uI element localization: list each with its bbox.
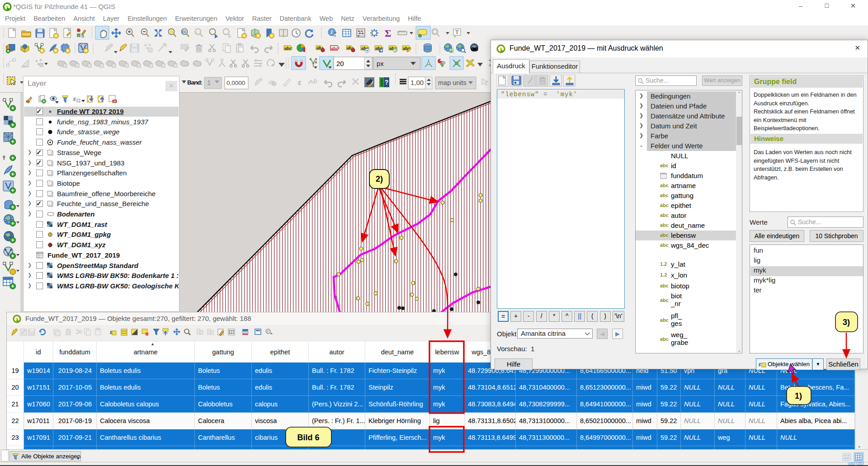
svg-text:20: 20	[336, 60, 344, 67]
svg-text:px: px	[377, 60, 384, 67]
svg-text:ab: ab	[316, 46, 321, 50]
svg-text:0,0000: 0,0000	[226, 80, 245, 86]
svg-text:abc: abc	[331, 46, 338, 51]
svg-text:ε: ε	[759, 361, 761, 367]
svg-text:ε: ε	[298, 79, 302, 86]
svg-text:a: a	[81, 33, 85, 38]
svg-text:1,00: 1,00	[410, 79, 424, 86]
svg-text:,: ,	[2, 146, 6, 160]
svg-text:T: T	[455, 29, 459, 35]
svg-text:ab: ab	[347, 46, 352, 50]
svg-text:map units: map units	[438, 79, 467, 86]
svg-text:Σ: Σ	[385, 28, 391, 39]
svg-text:1: 1	[207, 79, 211, 86]
svg-text:Band:: Band:	[187, 79, 203, 86]
svg-text:abc: abc	[284, 46, 292, 51]
svg-text:ε: ε	[73, 95, 76, 102]
svg-text:1:1: 1:1	[196, 31, 200, 34]
svg-text:?: ?	[385, 79, 389, 86]
